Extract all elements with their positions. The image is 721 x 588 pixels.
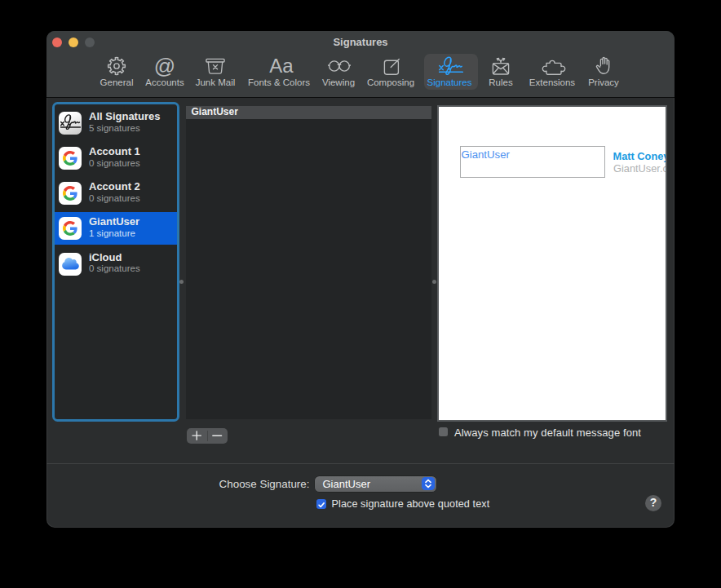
svg-text:@: @ xyxy=(154,55,175,77)
svg-text:Aa: Aa xyxy=(269,55,294,77)
